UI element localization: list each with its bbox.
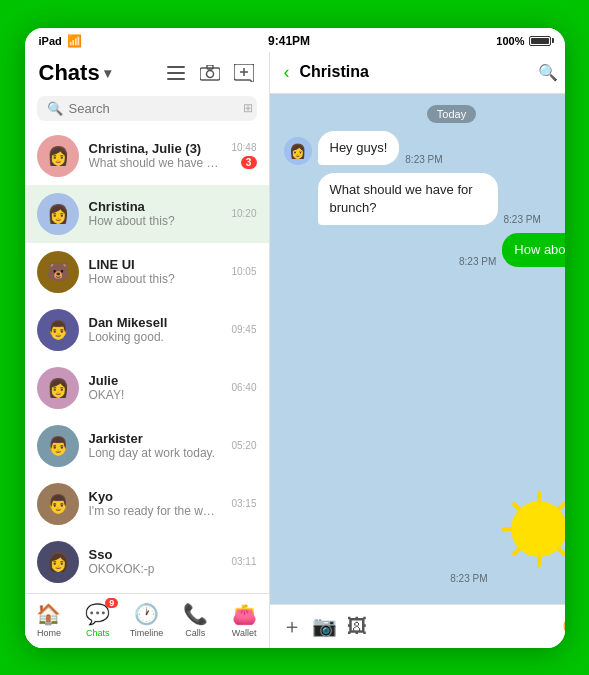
right-panel: ‹ Christina 🔍 📞 ☰ Today 👩 Hey guys! 8:23…	[270, 52, 565, 648]
chat-contact-name: Christina	[300, 63, 528, 81]
message-time-2: 8:23 PM	[504, 214, 541, 225]
chat-avatar-4: 👨	[37, 309, 79, 351]
message-row-2: What should we have for brunch? 8:23 PM	[284, 173, 565, 225]
battery-icon	[529, 36, 551, 46]
chat-preview-2: How about this?	[89, 214, 222, 228]
chat-meta-6: 05:20	[231, 440, 256, 451]
chat-item-8[interactable]: 👩 Sso OKOKOK:-p 03:11	[25, 533, 269, 591]
chat-item-6[interactable]: 👨 Jarkister Long day at work today. 05:2…	[25, 417, 269, 475]
battery-label: 100%	[496, 35, 524, 47]
chat-name-3: LINE UI	[89, 257, 222, 272]
message-time-3: 8:23 PM	[459, 256, 496, 267]
chat-meta-1: 10:48 3	[231, 142, 256, 169]
chat-item-7[interactable]: 👨 Kyo I'm so ready for the weekend. 03:1…	[25, 475, 269, 533]
message-bubble-1: Hey guys!	[318, 131, 400, 165]
message-avatar-1: 👩	[284, 137, 312, 165]
chat-meta-2: 10:20	[231, 208, 256, 219]
chat-name-8: Sso	[89, 547, 222, 562]
sticker-area: 8:23 PM	[270, 464, 565, 604]
chat-avatar-6: 👨	[37, 425, 79, 467]
chat-time-1: 10:48	[231, 142, 256, 153]
chat-header-icons: 🔍 📞 ☰	[538, 63, 565, 82]
chat-info-5: Julie OKAY!	[89, 373, 222, 402]
nav-item-home[interactable]: 🏠 Home	[25, 602, 74, 638]
search-input[interactable]	[69, 101, 237, 116]
chat-time-5: 06:40	[231, 382, 256, 393]
chat-info-4: Dan Mikesell Looking good.	[89, 315, 222, 344]
add-icon[interactable]: ＋	[282, 613, 302, 640]
chat-avatar-3: 🐻	[37, 251, 79, 293]
chat-name-2: Christina	[89, 199, 222, 214]
svg-line-14	[514, 549, 519, 554]
search-bar: 🔍 ⊞	[37, 96, 257, 121]
header-icons	[165, 62, 255, 84]
chat-time-6: 05:20	[231, 440, 256, 451]
chat-name-6: Jarkister	[89, 431, 222, 446]
chat-messages: Today 👩 Hey guys! 8:23 PM What should we…	[270, 94, 565, 464]
chat-name-4: Dan Mikesell	[89, 315, 222, 330]
camera-icon[interactable]	[199, 62, 221, 84]
camera-input-icon[interactable]: 📷	[312, 614, 337, 638]
emoji-icon[interactable]: 😊	[562, 614, 565, 638]
dropdown-icon[interactable]: ▾	[104, 65, 111, 81]
chat-avatar-1: 👩	[37, 135, 79, 177]
search-chat-icon[interactable]: 🔍	[538, 63, 558, 82]
chat-item-2[interactable]: 👩 Christina How about this? 10:20	[25, 185, 269, 243]
menu-icon[interactable]	[165, 62, 187, 84]
device-label: iPad	[39, 35, 62, 47]
chat-avatar-8: 👩	[37, 541, 79, 583]
message-row-1: 👩 Hey guys! 8:23 PM	[284, 131, 565, 165]
left-header: Chats ▾	[25, 52, 269, 92]
chat-info-1: Christina, Julie (3) What should we have…	[89, 141, 222, 170]
chat-info-2: Christina How about this?	[89, 199, 222, 228]
chat-preview-3: How about this?	[89, 272, 222, 286]
sticker-time: 8:23 PM	[450, 573, 487, 584]
filter-icon[interactable]: ⊞	[243, 101, 253, 115]
bottom-nav: 🏠 Home 💬 9 Chats 🕐 Timeline 📞 Calls	[25, 593, 269, 648]
chat-preview-1: What should we have for brunch?	[89, 156, 222, 170]
svg-rect-0	[167, 66, 185, 68]
chat-info-7: Kyo I'm so ready for the weekend.	[89, 489, 222, 518]
message-time-1: 8:23 PM	[405, 154, 442, 165]
chat-meta-5: 06:40	[231, 382, 256, 393]
chat-badge-1: 3	[241, 156, 257, 169]
nav-item-calls[interactable]: 📞 Calls	[171, 602, 220, 638]
chat-meta-3: 10:05	[231, 266, 256, 277]
chat-preview-5: OKAY!	[89, 388, 222, 402]
svg-point-4	[206, 70, 213, 77]
nav-item-chats[interactable]: 💬 9 Chats	[73, 602, 122, 638]
chat-name-1: Christina, Julie (3)	[89, 141, 222, 156]
device-frame: iPad 📶 9:41PM 100% Chats ▾	[25, 28, 565, 648]
main-area: Chats ▾	[25, 52, 565, 648]
chat-item-1[interactable]: 👩 Christina, Julie (3) What should we ha…	[25, 127, 269, 185]
nav-item-timeline[interactable]: 🕐 Timeline	[122, 602, 171, 638]
chat-item-5[interactable]: 👩 Julie OKAY! 06:40	[25, 359, 269, 417]
wifi-icon: 📶	[67, 34, 82, 48]
date-divider: Today	[284, 104, 565, 123]
chat-new-icon[interactable]	[233, 62, 255, 84]
search-icon: 🔍	[47, 101, 63, 116]
chat-meta-4: 09:45	[231, 324, 256, 335]
chat-item-3[interactable]: 🐻 LINE UI How about this? 10:05	[25, 243, 269, 301]
message-bubble-3: How about this?	[502, 233, 564, 267]
nav-icon-home: 🏠	[36, 603, 61, 625]
nav-icon-calls: 📞	[183, 603, 208, 625]
svg-rect-1	[167, 72, 185, 74]
nav-label-chats: Chats	[86, 628, 110, 638]
message-bubble-2: What should we have for brunch?	[318, 173, 498, 225]
message-input[interactable]	[377, 618, 552, 634]
back-button[interactable]: ‹	[284, 62, 290, 83]
svg-line-12	[559, 549, 564, 554]
chat-time-3: 10:05	[231, 266, 256, 277]
nav-item-wallet[interactable]: 👛 Wallet	[220, 602, 269, 638]
nav-label-timeline: Timeline	[130, 628, 164, 638]
status-bar: iPad 📶 9:41PM 100%	[25, 28, 565, 52]
chat-item-4[interactable]: 👨 Dan Mikesell Looking good. 09:45	[25, 301, 269, 359]
chat-preview-8: OKOKOK:-p	[89, 562, 222, 576]
image-icon[interactable]: 🖼	[347, 615, 367, 638]
svg-rect-2	[167, 78, 185, 80]
nav-icon-wallet: 👛	[232, 603, 257, 625]
chat-name-5: Julie	[89, 373, 222, 388]
chat-preview-4: Looking good.	[89, 330, 222, 344]
battery-fill	[531, 38, 549, 44]
